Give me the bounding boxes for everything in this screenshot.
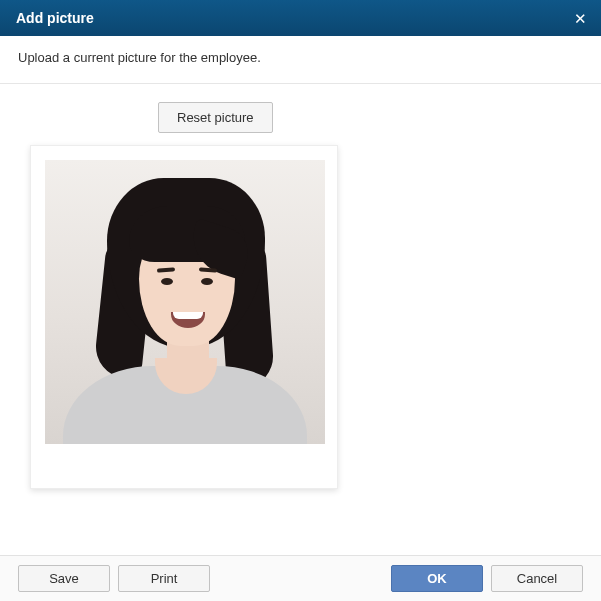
dialog-instructions: Upload a current picture for the employe… [0,36,601,84]
reset-button-wrap: Reset picture [158,102,571,133]
picture-card[interactable] [30,145,338,489]
footer-right-buttons: OK Cancel [391,565,583,592]
print-button[interactable]: Print [118,565,210,592]
dialog-title: Add picture [16,10,94,26]
employee-picture [45,160,325,444]
dialog-header: Add picture ✕ [0,0,601,36]
save-button[interactable]: Save [18,565,110,592]
dialog-body: Reset picture [0,84,601,507]
dialog-footer: Save Print OK Cancel [0,555,601,601]
close-icon[interactable]: ✕ [571,9,589,27]
reset-picture-button[interactable]: Reset picture [158,102,273,133]
footer-left-buttons: Save Print [18,565,210,592]
cancel-button[interactable]: Cancel [491,565,583,592]
ok-button[interactable]: OK [391,565,483,592]
